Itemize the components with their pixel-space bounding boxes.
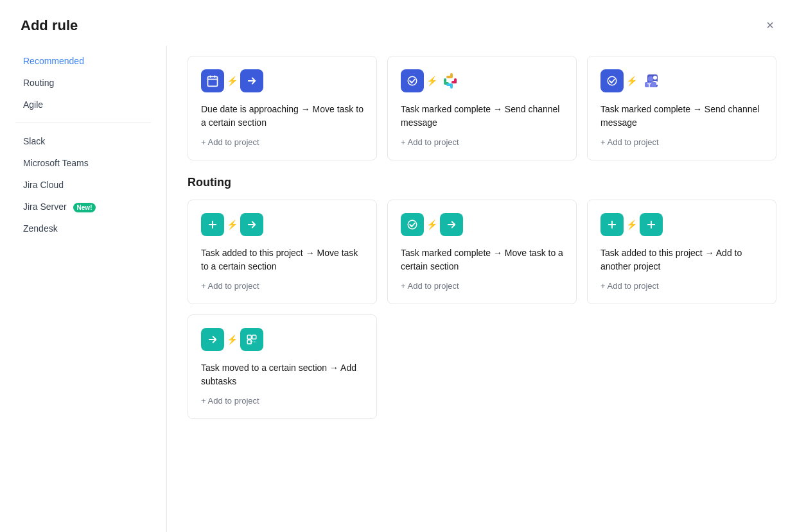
- card-title-task-added-another: Task added to this project → Add to anot…: [600, 246, 763, 273]
- subtask-icon-box: [240, 328, 263, 351]
- sidebar-item-jira-server[interactable]: Jira Server New!: [15, 196, 151, 217]
- recommended-cards-grid: ⚡ Due date is approaching → Move task to…: [188, 56, 776, 160]
- card-action-slack[interactable]: + Add to project: [401, 137, 563, 147]
- arrow-teal-icon-box-2: [440, 213, 463, 236]
- lightning-icon-3: ⚡: [626, 76, 637, 86]
- card-task-added-move[interactable]: ⚡ Task added to this project → Move task…: [188, 200, 377, 304]
- sidebar-item-recommended[interactable]: Recommended: [15, 51, 151, 71]
- sidebar-item-microsoft-teams[interactable]: Microsoft Teams: [15, 153, 151, 173]
- sidebar-item-slack[interactable]: Slack: [15, 131, 151, 151]
- plus-icon-box-2: [600, 213, 624, 236]
- sidebar-divider: [15, 123, 151, 123]
- close-button[interactable]: ×: [764, 15, 776, 35]
- checkmark-icon-box-2: [600, 69, 624, 92]
- card-task-complete-teams[interactable]: ⚡: [587, 56, 776, 160]
- card-icons: ⚡: [201, 69, 363, 92]
- routing-cards-grid: ⚡ Task added to this project → Move task…: [188, 200, 776, 304]
- calendar-icon-box: [201, 69, 224, 92]
- card-title-due-date: Due date is approaching → Move task to a…: [201, 103, 363, 130]
- svg-rect-13: [446, 83, 451, 86]
- sidebar-item-zendesk[interactable]: Zendesk: [15, 218, 151, 239]
- plus-icon-box-1: [201, 213, 224, 236]
- lightning-icon-5: ⚡: [426, 219, 437, 230]
- plus-icon-2: [606, 219, 618, 230]
- lightning-icon-7: ⚡: [227, 334, 238, 345]
- routing-bottom-row: ⚡ Task moved to a certain section → Add …: [188, 314, 776, 419]
- arrow-teal-icon-box-bottom: [201, 328, 224, 351]
- routing-card-icons-1: ⚡: [201, 213, 363, 236]
- card-action-task-complete-move[interactable]: + Add to project: [401, 281, 563, 291]
- routing-card-icons-3: ⚡: [600, 213, 763, 236]
- modal-body: Recommended Routing Agile Slack Microsof…: [0, 46, 797, 532]
- card-action-task-moved-subtasks[interactable]: + Add to project: [201, 396, 363, 406]
- card-action-due-date[interactable]: + Add to project: [201, 137, 363, 147]
- lightning-icon-1: ⚡: [227, 76, 238, 86]
- card-task-complete-move[interactable]: ⚡ Task marked complete → Move task to a …: [387, 200, 577, 304]
- card-action-teams[interactable]: + Add to project: [600, 137, 763, 147]
- svg-rect-0: [208, 76, 218, 86]
- main-content: ⚡ Due date is approaching → Move task to…: [167, 46, 797, 532]
- svg-rect-23: [247, 335, 251, 339]
- arrow-teal-icon-2: [446, 219, 457, 230]
- arrow-teal-icon-box-1: [240, 213, 263, 236]
- slack-icon: [440, 69, 463, 92]
- svg-point-4: [408, 76, 417, 85]
- modal-header: Add rule ×: [0, 0, 797, 46]
- plus-teal-icon-box-3: [640, 213, 663, 236]
- card-title-teams: Task marked complete → Send channel mess…: [600, 103, 763, 130]
- arrow-right-icon: [246, 75, 258, 87]
- modal-title: Add rule: [21, 17, 78, 34]
- card-title-task-complete-move: Task marked complete → Move task to a ce…: [401, 246, 563, 273]
- sidebar: Recommended Routing Agile Slack Microsof…: [0, 46, 167, 532]
- add-rule-modal: Add rule × Recommended Routing Agile Sla…: [0, 0, 797, 532]
- subtask-icon: [246, 334, 258, 345]
- plus-icon-3: [645, 219, 657, 230]
- svg-rect-24: [252, 335, 256, 339]
- card-task-added-another[interactable]: ⚡ Task added to this project → Add to an…: [587, 200, 776, 304]
- sidebar-item-routing[interactable]: Routing: [15, 73, 151, 93]
- svg-rect-11: [451, 81, 457, 83]
- card-due-date-move[interactable]: ⚡ Due date is approaching → Move task to…: [188, 56, 377, 160]
- check-teal-icon-box: [401, 213, 424, 236]
- calendar-icon: [206, 74, 219, 87]
- svg-point-20: [648, 76, 653, 82]
- lightning-icon-2: ⚡: [426, 76, 437, 86]
- arrow-teal-icon-1: [246, 219, 258, 230]
- svg-point-22: [408, 220, 417, 229]
- card-task-moved-subtasks[interactable]: ⚡ Task moved to a certain section → Add …: [188, 314, 377, 419]
- check-teal-icon: [407, 219, 418, 230]
- card-icons-3: ⚡: [600, 69, 763, 92]
- card-title-task-added-move: Task added to this project → Move task t…: [201, 246, 363, 273]
- sidebar-item-agile[interactable]: Agile: [15, 94, 151, 115]
- check-icon-1: [407, 75, 418, 87]
- routing-section-title: Routing: [188, 176, 776, 189]
- card-action-task-added-another[interactable]: + Add to project: [600, 281, 763, 291]
- lightning-icon-4: ⚡: [227, 219, 238, 230]
- check-icon-2: [606, 75, 618, 87]
- card-title-task-moved-subtasks: Task moved to a certain section → Add su…: [201, 361, 363, 388]
- sidebar-item-jira-cloud[interactable]: Jira Cloud: [15, 175, 151, 195]
- plus-icon-1: [207, 219, 218, 230]
- lightning-icon-6: ⚡: [626, 219, 637, 230]
- jira-server-badge: New!: [73, 203, 96, 212]
- card-task-complete-slack[interactable]: ⚡: [387, 56, 577, 160]
- card-title-slack: Task marked complete → Send channel mess…: [401, 103, 563, 130]
- svg-rect-9: [446, 76, 451, 78]
- arrow-icon-box: [240, 69, 263, 92]
- svg-rect-5: [440, 69, 463, 92]
- svg-text:T: T: [647, 83, 651, 90]
- checkmark-icon-box-1: [401, 69, 424, 92]
- arrow-teal-icon-bottom: [207, 334, 218, 345]
- card-action-task-added-move[interactable]: + Add to project: [201, 281, 363, 291]
- teams-icon: T: [640, 69, 663, 92]
- routing-bottom-card-icons: ⚡: [201, 328, 363, 351]
- svg-point-17: [653, 76, 657, 80]
- routing-card-icons-2: ⚡: [401, 213, 563, 236]
- card-icons-2: ⚡: [401, 69, 563, 92]
- svg-point-14: [608, 76, 617, 85]
